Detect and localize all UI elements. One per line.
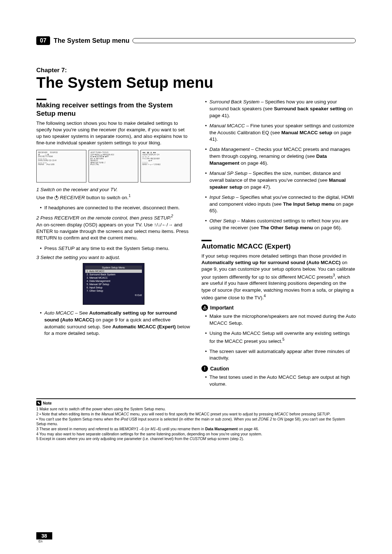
- footnote-5: 5 Except in cases where you are only adj…: [36, 436, 356, 442]
- step-2-bullet: Press SETUP at any time to exit the Syst…: [36, 245, 191, 252]
- step-1-text: Use the RECEIVER button to switch on.1: [36, 193, 191, 201]
- section-title-auto-mcacc-expert: Automatic MCACC (Expert): [201, 242, 356, 251]
- page-number-box: 38: [36, 532, 52, 539]
- footnote-2a: 2 • Note that when editing items in the …: [36, 412, 356, 417]
- item-data-management: Data Management – Checks your MCACC pres…: [201, 146, 356, 167]
- item-other-setup: Other Setup – Makes customized settings …: [201, 218, 356, 231]
- note-header: ✎ Note: [36, 401, 356, 406]
- chapter-header-title: The System Setup menu: [54, 37, 130, 45]
- chapter-header: 07 The System Setup menu: [36, 36, 356, 45]
- note-icon: ✎: [36, 401, 41, 406]
- item-manual-sp: Manual SP Setup – Specifies the size, nu…: [201, 170, 356, 191]
- osd-menu-screenshot: System Setup Menu 1. Auto MCACC 2. Surro…: [83, 263, 144, 305]
- important-icon: ⚠: [201, 304, 208, 311]
- power-icon: [54, 196, 58, 200]
- important-3: The screen saver will automatically appe…: [201, 348, 356, 362]
- footnote-1: 1 Make sure not to switch off the power …: [36, 407, 356, 412]
- item-input-setup: Input Setup – Specifies what you've conn…: [201, 194, 356, 215]
- section-title-making-settings: Making receiver settings from the System…: [36, 101, 191, 118]
- remote-diagram-3: ◀◀ ▮▮ ▮ ▶▶AUDIO DISPLAY CH▭ ▭ - +TV CTRL…: [140, 150, 191, 182]
- item-manual-mcacc: Manual MCACC – Fine tunes your speaker s…: [201, 123, 356, 143]
- step-2-text: An on-screen display (OSD) appears on yo…: [36, 222, 191, 242]
- page-number: 38 En: [36, 532, 52, 543]
- caution-header: ! Caution: [201, 365, 356, 372]
- header-rule: [132, 38, 356, 43]
- intro-text: The following section shows you how to m…: [36, 120, 191, 147]
- caution-icon: !: [201, 365, 208, 372]
- remote-diagram-1: RECEIVER SOURCE⦿ ▢ ⦿DVD BD TV HDMI▭ ▭ ▭ …: [36, 150, 86, 182]
- remote-diagram-2: ×EXIT TUNE+ TOOLSTOP MENU ▲ MENU/iN.ADJB…: [89, 150, 139, 182]
- chapter-number-badge: 07: [36, 36, 50, 45]
- item-auto-mcacc: Auto MCACC – See Automatically setting u…: [36, 310, 191, 337]
- left-column: Making receiver settings from the System…: [36, 99, 191, 391]
- page-number-label: En: [38, 539, 52, 543]
- section-2-text: If your setup requires more detailed set…: [201, 253, 356, 301]
- footnotes: ✎ Note 1 Make sure not to switch off the…: [36, 398, 356, 442]
- step-1-bullet: If headphones are connected to the recei…: [36, 205, 191, 211]
- right-column: Surround Back System – Specifies how you…: [201, 99, 356, 391]
- footnote-4: 4 You may also want to have separate cal…: [36, 432, 356, 437]
- important-2: Using the Auto MCACC Setup will overwrit…: [201, 330, 356, 345]
- important-header: ⚠ Important: [201, 304, 356, 311]
- footnote-3: 3 These are stored in memory and referre…: [36, 427, 356, 432]
- step-1: 1 Switch on the receiver and your TV.: [36, 187, 191, 192]
- accent-bar: [201, 240, 212, 241]
- caution-1: The test tones used in the Auto MCACC Se…: [201, 374, 356, 388]
- accent-bar: [36, 99, 46, 100]
- chapter-label: Chapter 7:: [36, 67, 356, 74]
- remote-diagram-row: RECEIVER SOURCE⦿ ▢ ⦿DVD BD TV HDMI▭ ▭ ▭ …: [36, 150, 191, 182]
- page-title: The System Setup menu: [36, 74, 356, 91]
- footnote-2b: • You can't use the System Setup menu wh…: [36, 417, 356, 427]
- item-surround-back: Surround Back System – Specifies how you…: [201, 99, 356, 119]
- step-2: 2 Press RECEIVER on the remote control, …: [36, 214, 191, 221]
- step-3: 3 Select the setting you want to adjust.: [36, 255, 191, 260]
- important-1: Make sure the microphone/speakers are no…: [201, 313, 356, 327]
